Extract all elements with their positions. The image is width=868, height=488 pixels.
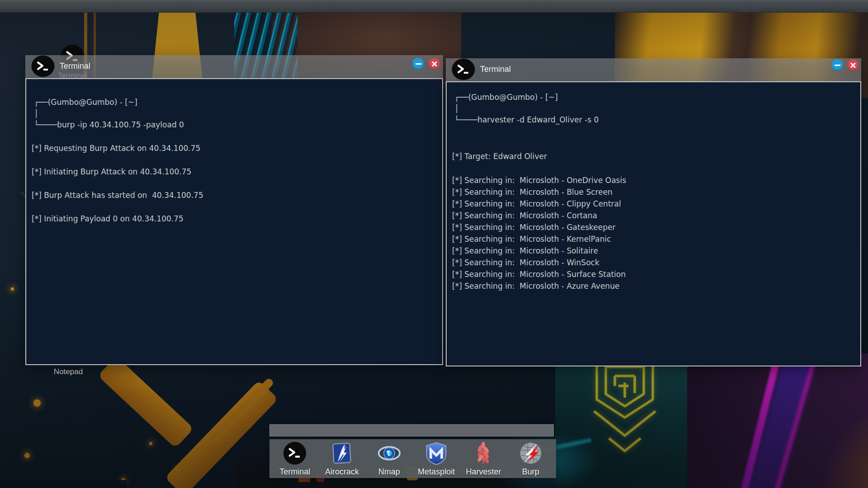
dock-item-metasploit[interactable]: Metasploit (414, 441, 459, 477)
nmap-icon (377, 441, 401, 465)
terminal-window-burp: Terminal ┌──(Gumbo@Gumbo) - [~] │ └────b… (25, 55, 443, 365)
close-icon (431, 61, 438, 67)
desktop-icon-notepad[interactable]: Notepad (46, 367, 91, 376)
terminal-line: │ (34, 108, 437, 119)
airocrack-icon (330, 441, 354, 465)
terminal-line: [*] Searching in: Microsloth - Clippy Ce… (452, 198, 855, 210)
dock-item-harvester[interactable]: Harvester (461, 441, 506, 477)
terminal-output-area[interactable]: ┌──(Gumbo@Gumbo) - [~] │ └────harvester … (446, 81, 861, 366)
dock-item-label: Metasploit (414, 467, 459, 477)
terminal-line: [*] Searching in: Microsloth - KernelPan… (452, 233, 855, 245)
search-results: [*] Searching in: Microsloth - OneDrive … (452, 174, 855, 292)
minimize-icon (415, 63, 421, 65)
harvester-icon (471, 441, 495, 465)
dock: Terminal Airocrack (269, 439, 556, 478)
terminal-line: [*] Searching in: Microsloth - Gateskeep… (452, 221, 855, 233)
terminal-window-harvester: Terminal ┌──(Gumbo@Gumbo) - [~] │ └────h… (446, 58, 861, 366)
window-titlebar[interactable]: Terminal (446, 58, 861, 81)
burp-icon (519, 441, 543, 465)
terminal-line: │ (454, 103, 855, 114)
minimize-button[interactable] (412, 58, 424, 70)
terminal-line: ┌──(Gumbo@Gumbo) - [~] (454, 92, 855, 103)
terminal-line: [*] Searching in: Microsloth - Azure Ave… (452, 280, 855, 292)
terminal-line: └────burp -ip 40.34.100.75 -payload 0 (34, 119, 437, 131)
dock-item-terminal[interactable]: Terminal (272, 441, 317, 477)
close-button[interactable] (847, 59, 859, 71)
terminal-line: [*] Searching in: Microsloth - Surface S… (452, 268, 855, 280)
terminal-icon (451, 57, 476, 81)
terminal-line: [*] Requesting Burp Attack on 40.34.100.… (32, 143, 437, 154)
dock-item-label: Terminal (272, 467, 317, 477)
terminal-line: ┌──(Gumbo@Gumbo) - [~] (34, 97, 437, 108)
dock-item-label: Burp (508, 467, 553, 477)
dock-item-label: Nmap (367, 467, 412, 477)
terminal-line: [*] Initiating Payload 0 on 40.34.100.75 (32, 213, 437, 225)
dock-item-nmap[interactable]: Nmap (367, 441, 412, 477)
terminal-line: [*] Searching in: Microsloth - Solitaire (452, 245, 855, 257)
terminal-icon (283, 441, 307, 465)
top-panel (0, 0, 868, 13)
terminal-line: [*] Searching in: Microsloth - WinSock (452, 257, 855, 268)
close-icon (850, 62, 856, 68)
minimize-icon (835, 65, 840, 66)
terminal-line: [*] Burp Attack has started on 40.34.100… (32, 190, 437, 201)
terminal-output-area[interactable]: ┌──(Gumbo@Gumbo) - [~] │ └────burp -ip 4… (25, 78, 443, 365)
terminal-line: [*] Searching in: Microsloth - OneDrive … (452, 174, 855, 186)
window-title: Terminal (480, 65, 511, 74)
dock-strip (269, 424, 554, 436)
close-button[interactable] (429, 58, 440, 70)
window-titlebar[interactable]: Terminal (25, 55, 443, 78)
dock-item-burp[interactable]: Burp (508, 441, 553, 477)
terminal-line: [*] Initiating Burp Attack on 40.34.100.… (32, 166, 437, 178)
desktop-icon-label: Notepad (46, 367, 91, 376)
dock-item-airocrack[interactable]: Airocrack (319, 441, 364, 477)
dock-item-label: Airocrack (319, 467, 364, 477)
terminal-icon (31, 54, 55, 78)
window-title: Terminal (60, 61, 90, 71)
minimize-button[interactable] (831, 59, 843, 71)
metasploit-icon (424, 441, 448, 465)
terminal-line: [*] Searching in: Microsloth - Blue Scre… (452, 186, 855, 198)
desktop: Terminal Notepad Terminal ┌──(Gumbo@Gumb… (0, 0, 868, 488)
terminal-line: [*] Searching in: Microsloth - Cortana (452, 210, 855, 221)
dock-item-label: Harvester (461, 467, 506, 477)
terminal-line: └────harvester -d Edward_Oliver -s 0 (454, 114, 855, 126)
terminal-line: [*] Target: Edward Oliver (452, 151, 855, 162)
